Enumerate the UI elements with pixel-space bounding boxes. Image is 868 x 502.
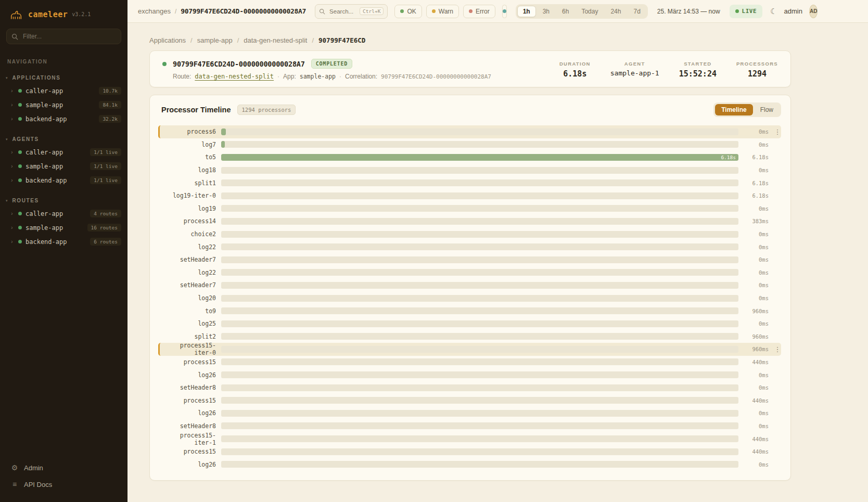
section-header-applications[interactable]: ▾APPLICATIONS: [0, 73, 127, 84]
timeline-row-process15-iter-0[interactable]: process15-iter-0960ms⋮: [158, 343, 781, 356]
sidebar-item-label: sample-app: [25, 163, 63, 170]
timeline-row-log22[interactable]: log220ms⋮: [158, 266, 781, 279]
app-root: cameleer v3.2.1 NAVIGATION ▾APPLICATIONS…: [0, 0, 868, 502]
time-range-1h[interactable]: 1h: [517, 6, 536, 17]
breadcrumb-separator: /: [237, 36, 239, 44]
sidebar-item-backend-app[interactable]: ›backend-app1/1 live: [0, 173, 127, 187]
processor-name: to5: [162, 153, 216, 161]
timeline-row-log25[interactable]: log250ms⋮: [158, 317, 781, 330]
timeline-row-log26[interactable]: log260ms⋮: [158, 407, 781, 420]
time-range-24h[interactable]: 24h: [605, 6, 627, 17]
sidebar-item-caller-app[interactable]: ›caller-app1/1 live: [0, 145, 127, 159]
timeline-row-log19[interactable]: log190ms⋮: [158, 202, 781, 215]
sidebar-section-agents: ▾AGENTS›caller-app1/1 live›sample-app1/1…: [0, 134, 127, 187]
timeline-row-process14[interactable]: process14383ms⋮: [158, 215, 781, 228]
timeline-row-log26[interactable]: log260ms⋮: [158, 458, 781, 471]
processor-duration: 383ms: [744, 218, 769, 224]
moon-icon[interactable]: ☾: [770, 7, 777, 16]
sidebar-item-sample-app[interactable]: ›sample-app84.1k: [0, 98, 127, 112]
sidebar-sections: ▾APPLICATIONS›caller-app10.7k›sample-app…: [0, 65, 127, 249]
filter-extra[interactable]: [502, 5, 507, 18]
timeline-row-to9[interactable]: to9960ms⋮: [158, 304, 781, 317]
live-status-dot: [735, 9, 739, 13]
date-range[interactable]: 25. März 14:53 — now: [657, 8, 720, 15]
filter-pill-ok[interactable]: OK: [394, 5, 422, 18]
sidebar-item-badge: 10.7k: [99, 87, 121, 95]
timeline-row-choice2[interactable]: choice20ms⋮: [158, 228, 781, 241]
sidebar-item-backend-app[interactable]: ›backend-app32.2k: [0, 112, 127, 126]
docs-list-icon: ≡: [10, 480, 19, 488]
processor-name: setHeader7: [162, 281, 216, 289]
timeline-row-log22[interactable]: log220ms⋮: [158, 240, 781, 253]
status-dot: [18, 117, 22, 121]
logo-text: cameleer: [28, 10, 68, 19]
live-label: LIVE: [742, 8, 757, 15]
avatar[interactable]: AD: [809, 5, 818, 18]
global-search[interactable]: Ctrl+K: [315, 4, 388, 19]
logo[interactable]: cameleer v3.2.1: [0, 0, 127, 23]
timeline-row-process15-iter-1[interactable]: process15-iter-1440ms⋮: [158, 432, 781, 445]
filter-pill-warn[interactable]: Warn: [426, 5, 459, 18]
sidebar-item-admin[interactable]: ⚙ Admin: [0, 459, 127, 476]
sidebar-filter[interactable]: [6, 29, 121, 44]
search-shortcut-badge: Ctrl+K: [360, 7, 384, 15]
timeline-row-process15[interactable]: process15440ms⋮: [158, 394, 781, 407]
exchange-info: 90799F47E6CD24D-00000000000028A7 COMPLET…: [162, 59, 491, 80]
timeline-row-setHeader7[interactable]: setHeader70ms⋮: [158, 253, 781, 266]
breadcrumb-item-data-gen-nested-split[interactable]: data-gen-nested-split: [244, 36, 307, 44]
sidebar-item-backend-app[interactable]: ›backend-app6 routes: [0, 235, 127, 249]
time-range-6h[interactable]: 6h: [556, 6, 575, 17]
time-range-today[interactable]: Today: [576, 6, 604, 17]
timeline-row-to5[interactable]: to56.18s6.18s⋮: [158, 151, 781, 164]
global-search-input[interactable]: [328, 8, 356, 15]
timeline-track: [221, 435, 738, 442]
timeline-row-split2[interactable]: split2960ms⋮: [158, 330, 781, 343]
sidebar-item-label: sample-app: [25, 101, 63, 109]
breadcrumb-exchange-id: 90799F47E6CD24D-00000000000028A7: [181, 7, 306, 15]
timeline-row-setHeader8[interactable]: setHeader80ms⋮: [158, 381, 781, 394]
route-link[interactable]: data-gen-nested-split: [195, 73, 274, 80]
kebab-menu-icon[interactable]: ⋮: [774, 345, 781, 353]
section-header-agents[interactable]: ▾AGENTS: [0, 134, 127, 145]
extra-status-dot: [503, 9, 506, 13]
user-name[interactable]: admin: [784, 7, 802, 15]
status-dot: [469, 9, 473, 13]
filter-pill-error[interactable]: Error: [463, 5, 495, 18]
timeline-row-split1[interactable]: split16.18s⋮: [158, 176, 781, 189]
timeline-row-process15[interactable]: process15440ms⋮: [158, 356, 781, 369]
section-header-routes[interactable]: ▾ROUTES: [0, 196, 127, 207]
timeline-track: [221, 205, 738, 212]
breadcrumb-item-applications[interactable]: Applications: [149, 36, 186, 44]
timeline-track: [221, 384, 738, 391]
processor-duration: 0ms: [744, 282, 769, 288]
sidebar-item-sample-app[interactable]: ›sample-app1/1 live: [0, 159, 127, 173]
sidebar-filter-input[interactable]: [22, 32, 116, 41]
kebab-menu-icon[interactable]: ⋮: [774, 128, 781, 136]
timeline-row-log7[interactable]: log70ms⋮: [158, 138, 781, 151]
timeline-track: [221, 346, 738, 353]
timeline-row-log26[interactable]: log260ms⋮: [158, 368, 781, 381]
timeline-track: [221, 422, 738, 429]
timeline-row-setHeader7[interactable]: setHeader70ms⋮: [158, 279, 781, 292]
view-toggle-flow[interactable]: Flow: [754, 104, 780, 115]
timeline-row-log18[interactable]: log180ms⋮: [158, 164, 781, 177]
timeline-row-log19-iter-0[interactable]: log19-iter-06.18s⋮: [158, 189, 781, 202]
breadcrumb-item-sample-app[interactable]: sample-app: [197, 36, 233, 44]
processor-name: log19-iter-0: [162, 192, 216, 199]
timeline-row-log20[interactable]: log200ms⋮: [158, 292, 781, 305]
sidebar-item-caller-app[interactable]: ›caller-app4 routes: [0, 207, 127, 221]
sidebar-item-caller-app[interactable]: ›caller-app10.7k: [0, 84, 127, 98]
sidebar-item-api-docs[interactable]: ≡ API Docs: [0, 476, 127, 493]
processor-duration: 440ms: [744, 436, 769, 442]
live-badge[interactable]: LIVE: [730, 5, 763, 18]
time-range-3h[interactable]: 3h: [537, 6, 555, 17]
processor-duration: 960ms: [744, 308, 769, 314]
chevron-right-icon: ›: [11, 116, 15, 122]
timeline-row-process15[interactable]: process15440ms⋮: [158, 445, 781, 458]
time-range-7d[interactable]: 7d: [628, 6, 646, 17]
sidebar-item-sample-app[interactable]: ›sample-app16 routes: [0, 221, 127, 235]
view-toggle-timeline[interactable]: Timeline: [715, 104, 752, 115]
breadcrumb-exchanges[interactable]: exchanges: [138, 7, 171, 15]
timeline-row-process6[interactable]: process60ms⋮: [158, 125, 781, 138]
timeline-row-setHeader8[interactable]: setHeader80ms⋮: [158, 420, 781, 433]
